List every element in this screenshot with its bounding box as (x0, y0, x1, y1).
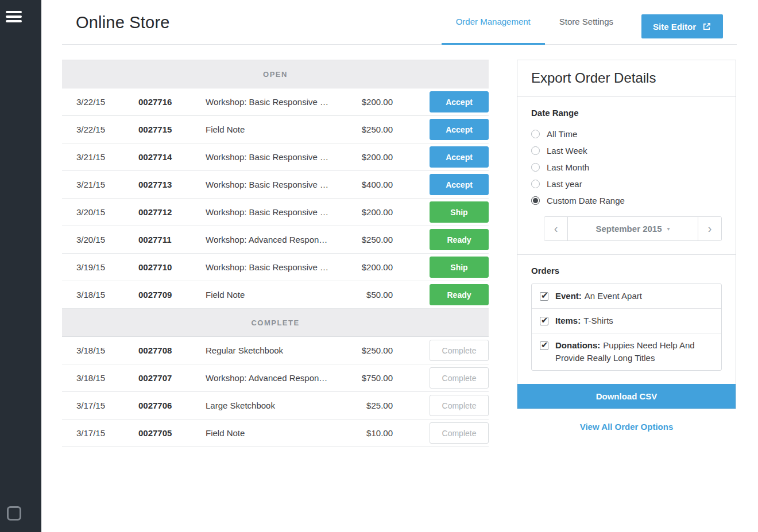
app-logo-icon[interactable] (7, 506, 21, 521)
hamburger-menu-icon[interactable] (6, 11, 22, 22)
tab-order-management[interactable]: Order Management (442, 0, 545, 45)
radio-last-year[interactable]: Last year (531, 176, 722, 192)
order-number: 0027711 (138, 235, 206, 244)
site-editor-button[interactable]: Site Editor (641, 14, 723, 38)
radio-icon (531, 146, 540, 155)
order-date: 3/20/15 (76, 235, 138, 244)
view-all-order-options-link[interactable]: View All Order Options (517, 422, 736, 432)
order-number: 0027705 (138, 428, 206, 438)
order-action-button[interactable]: Ready (430, 229, 489, 250)
order-date: 3/22/15 (76, 125, 138, 134)
check-icon: ✔ (541, 314, 548, 327)
checkbox-icon[interactable]: ✔ (540, 341, 548, 350)
orders-filter-label: Orders (531, 266, 722, 275)
order-amount: $25.00 (341, 401, 430, 410)
tab-store-settings[interactable]: Store Settings (545, 0, 628, 45)
check-icon: ✔ (541, 339, 548, 351)
radio-all-time[interactable]: All Time (531, 126, 722, 142)
checkbox-items[interactable]: ✔ Items:T-Shirts (532, 309, 721, 333)
export-order-details-card: Export Order Details Date Range All Time… (517, 60, 736, 409)
order-number: 0027709 (138, 290, 206, 300)
table-row: 3/22/15 0027715 Field Note $250.00 Accep… (62, 116, 489, 143)
hamburger-bar (6, 11, 22, 13)
hamburger-bar (6, 15, 22, 18)
order-number: 0027708 (138, 345, 206, 355)
hamburger-bar (6, 20, 22, 22)
order-date: 3/18/15 (76, 345, 138, 355)
section-header-complete: COMPLETE (62, 309, 489, 337)
date-range-section: Date Range All Time Last Week Last Month… (517, 97, 736, 254)
order-action-button[interactable]: Complete (430, 422, 489, 444)
order-action-button[interactable]: Complete (430, 367, 489, 389)
order-date: 3/21/15 (76, 152, 138, 162)
radio-custom-date-range[interactable]: Custom Date Range (531, 192, 722, 209)
order-date: 3/17/15 (76, 401, 138, 410)
checkbox-event[interactable]: ✔ Event:An Event Apart (532, 284, 721, 309)
order-description: Field Note (206, 428, 341, 438)
order-description: Workshop: Basic Responsive … (206, 262, 341, 272)
download-csv-button[interactable]: Download CSV (517, 384, 736, 409)
month-picker: ‹ September 2015 ▾ › (544, 216, 722, 241)
orders-filter-section: Orders ✔ Event:An Event Apart ✔ Items:T-… (517, 255, 736, 384)
order-action-button[interactable]: Ship (430, 201, 489, 223)
order-amount: $50.00 (341, 290, 430, 300)
order-action-button[interactable]: Accept (430, 119, 489, 140)
order-date: 3/17/15 (76, 428, 138, 438)
order-description: Workshop: Advanced Respon… (206, 373, 341, 383)
prev-month-button[interactable]: ‹ (544, 217, 568, 240)
date-range-label: Date Range (531, 108, 722, 118)
order-amount: $200.00 (341, 262, 430, 272)
order-date: 3/21/15 (76, 180, 138, 189)
checkbox-donations[interactable]: ✔ Donations:Puppies Need Help And Provid… (532, 333, 721, 370)
checkbox-icon[interactable]: ✔ (540, 292, 548, 301)
section-header-open: OPEN (62, 60, 489, 88)
page-header: Online Store Order Management Store Sett… (62, 0, 737, 45)
radio-label: Last Month (547, 162, 589, 172)
table-row: 3/21/15 0027714 Workshop: Basic Responsi… (62, 143, 489, 171)
order-action-button[interactable]: Accept (430, 174, 489, 195)
radio-icon (531, 180, 540, 188)
table-row: 3/18/15 0027707 Workshop: Advanced Respo… (62, 364, 489, 392)
radio-last-week[interactable]: Last Week (531, 142, 722, 159)
order-action-button[interactable]: Complete (430, 340, 489, 361)
order-amount: $250.00 (341, 345, 430, 355)
order-number: 0027707 (138, 373, 206, 383)
order-number: 0027714 (138, 152, 206, 162)
checkbox-label-wrap: Donations:Puppies Need Help And Provide … (555, 339, 713, 364)
order-description: Workshop: Basic Responsive … (206, 97, 341, 107)
sidebar (0, 0, 41, 532)
radio-label: Last year (547, 179, 582, 189)
table-row: 3/17/15 0027705 Field Note $10.00 Comple… (62, 420, 489, 447)
order-number: 0027712 (138, 207, 206, 217)
order-action-button[interactable]: Ready (430, 284, 489, 305)
order-description: Field Note (206, 125, 341, 134)
order-action-button[interactable]: Accept (430, 146, 489, 168)
checkbox-icon[interactable]: ✔ (540, 317, 548, 325)
order-description: Field Note (206, 290, 341, 300)
checkbox-label: Donations: (555, 340, 600, 350)
table-row: 3/22/15 0027716 Workshop: Basic Responsi… (62, 88, 489, 116)
month-picker-value[interactable]: September 2015 ▾ (568, 217, 698, 240)
order-action-button[interactable]: Ship (430, 257, 489, 278)
main-content: Online Store Order Management Store Sett… (41, 0, 758, 532)
table-row: 3/20/15 0027712 Workshop: Basic Responsi… (62, 199, 489, 226)
order-description: Workshop: Basic Responsive … (206, 152, 341, 162)
table-row: 3/18/15 0027709 Field Note $50.00 Ready (62, 281, 489, 309)
order-number: 0027715 (138, 125, 206, 134)
order-date: 3/18/15 (76, 290, 138, 300)
next-month-button[interactable]: › (698, 217, 721, 240)
checkbox-text: T-Shirts (583, 316, 613, 325)
radio-last-month[interactable]: Last Month (531, 159, 722, 176)
export-card-title: Export Order Details (531, 70, 722, 86)
order-date: 3/19/15 (76, 262, 138, 272)
orders-table: OPEN 3/22/15 0027716 Workshop: Basic Res… (62, 60, 489, 447)
order-amount: $200.00 (341, 152, 430, 162)
order-description: Regular Sketchbook (206, 345, 341, 355)
table-row: 3/19/15 0027710 Workshop: Basic Responsi… (62, 254, 489, 281)
order-action-button[interactable]: Complete (430, 395, 489, 416)
order-number: 0027706 (138, 401, 206, 410)
checkbox-label: Items: (555, 316, 581, 325)
order-description: Large Sketchbook (206, 401, 341, 410)
month-label: September 2015 (595, 224, 662, 234)
order-action-button[interactable]: Accept (430, 91, 489, 112)
